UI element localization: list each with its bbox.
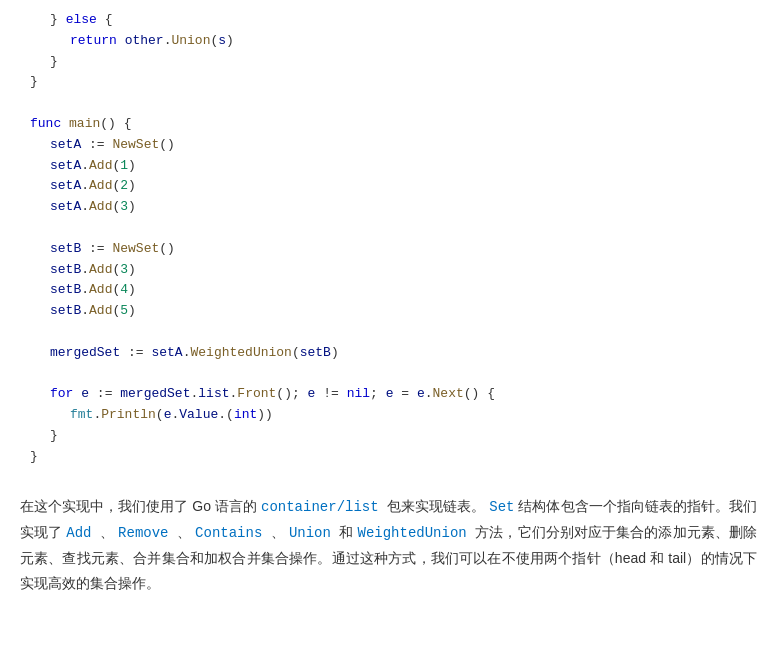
code-line-setb-add3: setB.Add(3): [20, 260, 757, 281]
code-line-mergedset: mergedSet := setA.WeightedUnion(setB): [20, 343, 757, 364]
code-line-fmt-println: fmt.Println(e.Value.(int)): [20, 405, 757, 426]
code-empty-1: [20, 93, 757, 114]
code-line-func-main: func main() {: [20, 114, 757, 135]
inline-code-remove: Remove: [118, 525, 177, 541]
inline-code-union: Union: [289, 525, 340, 541]
code-empty-4: [20, 364, 757, 385]
inline-code-add: Add: [66, 525, 100, 541]
code-empty-2: [20, 218, 757, 239]
inline-code-contains: Contains: [195, 525, 271, 541]
code-section: } else { return other.Union(s) } } func …: [20, 10, 757, 478]
page-container: } else { return other.Union(s) } } func …: [0, 0, 777, 624]
code-line-setb-newset: setB := NewSet(): [20, 239, 757, 260]
code-line-else-open: } else {: [20, 10, 757, 31]
code-line-setb-add5: setB.Add(5): [20, 301, 757, 322]
code-line-seta-add2: setA.Add(2): [20, 176, 757, 197]
code-line-setb-add4: setB.Add(4): [20, 280, 757, 301]
code-line-for: for e := mergedSet.list.Front(); e != ni…: [20, 384, 757, 405]
code-line-return: return other.Union(s): [20, 31, 757, 52]
code-line-seta-newset: setA := NewSet(): [20, 135, 757, 156]
code-line-seta-add1: setA.Add(1): [20, 156, 757, 177]
inline-code-set: Set: [489, 499, 514, 515]
text-section: 在这个实现中，我们使用了 Go 语言的 container/list 包来实现链…: [20, 494, 757, 597]
code-line-close2: }: [20, 72, 757, 93]
code-line-seta-add3: setA.Add(3): [20, 197, 757, 218]
code-line-main-close: }: [20, 447, 757, 468]
code-empty-3: [20, 322, 757, 343]
inline-code-weighted-union: WeightedUnion: [358, 525, 476, 541]
description-paragraph: 在这个实现中，我们使用了 Go 语言的 container/list 包来实现链…: [20, 494, 757, 597]
code-line-close1: }: [20, 52, 757, 73]
code-line-for-close: }: [20, 426, 757, 447]
inline-code-container-list: container/list: [261, 499, 387, 515]
